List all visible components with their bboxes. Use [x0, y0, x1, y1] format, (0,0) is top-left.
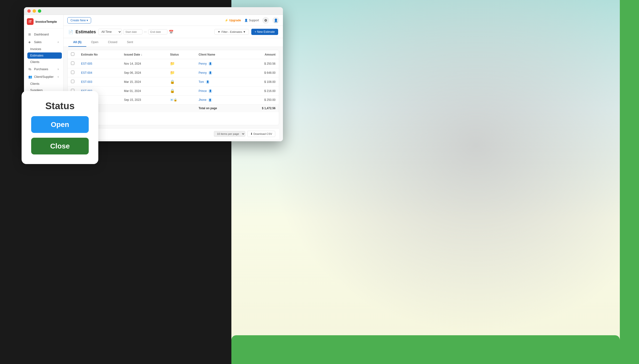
end-date-input[interactable] [148, 29, 167, 34]
client-supplier-chevron: ∨ [57, 76, 59, 78]
mac-titlebar [24, 7, 283, 15]
upgrade-button[interactable]: ⚡ Upgrade [225, 19, 241, 22]
page-title-row: 📄 Estimates All Time This Month Last Mon… [68, 29, 174, 35]
client-add-icon-2[interactable]: 👤 [205, 80, 210, 84]
row-checkbox-2[interactable] [71, 80, 74, 83]
support-icon: 👤 [244, 19, 248, 22]
issued-date-1: Sep 06, 2024 [121, 68, 167, 77]
table-row: EST-004 Sep 06, 2024 📁 Penny 👤 [68, 68, 279, 77]
amount-3: $ 216.00 [242, 86, 279, 96]
amount-0: $ 250.56 [242, 59, 279, 68]
sidebar-logo: IT InvoiceTemple [24, 15, 63, 28]
issued-date-3: Mar 01, 2024 [121, 86, 167, 96]
user-avatar-button[interactable]: 👤 [272, 17, 279, 24]
client-name-0: Penny 👤 [198, 62, 238, 66]
create-new-button[interactable]: Create New ▾ [67, 17, 91, 24]
col-status: Status [167, 50, 195, 59]
settings-header-button[interactable]: ⚙ [262, 17, 269, 24]
logo-icon: IT [27, 18, 34, 25]
client-add-icon-3[interactable]: 👤 [208, 89, 212, 93]
col-estimate-no: Estimate No [78, 50, 121, 59]
window-minimize-btn[interactable] [33, 9, 36, 13]
lightning-icon: ⚡ [225, 19, 228, 22]
sidebar-item-sales[interactable]: ◈ Sales ∧ [26, 38, 62, 46]
client-add-icon-4[interactable]: 👤 [208, 98, 212, 102]
start-date-input[interactable] [123, 29, 142, 34]
status-icon-1: 📁 [170, 70, 175, 75]
col-issued-date[interactable]: Issued Date ↓ [121, 50, 167, 59]
col-client-name: Client Name [195, 50, 242, 59]
tab-sent[interactable]: Sent [122, 38, 138, 47]
status-close-button[interactable]: Close [31, 138, 89, 154]
status-icon-0: 📁 [170, 61, 175, 66]
issued-date-4: Sep 15, 2023 [121, 96, 167, 104]
items-per-page: 10 items per page 25 items per page 50 i… [214, 131, 275, 137]
status-popup: Status Open Close [22, 91, 98, 164]
tab-all[interactable]: All (5) [68, 38, 86, 47]
window-close-btn[interactable] [27, 9, 31, 13]
estimate-link-1[interactable]: EST-004 [81, 71, 92, 74]
total-label: Total on page [195, 104, 242, 112]
items-per-page-select[interactable]: 10 items per page 25 items per page 50 i… [214, 131, 245, 137]
table-header-row: Estimate No Issued Date ↓ Status Client … [68, 50, 279, 59]
row-checkbox-1[interactable] [71, 71, 74, 74]
client-name-3: Prince 👤 [198, 89, 238, 93]
date-range: All Time This Month Last Month This Year… [98, 29, 174, 35]
date-dash: — [144, 30, 147, 34]
client-name-4: Jhone 👤 [198, 98, 238, 102]
status-icon-2: 🔒 [170, 80, 175, 84]
issued-date-0: Nov 14, 2024 [121, 59, 167, 68]
select-all-checkbox[interactable] [71, 52, 74, 56]
col-amount: Amount [242, 50, 279, 59]
amount-1: $ 648.00 [242, 68, 279, 77]
estimates-table: Estimate No Issued Date ↓ Status Client … [68, 50, 279, 112]
status-open-button[interactable]: Open [31, 116, 89, 133]
logo-text: InvoiceTemple [36, 20, 57, 24]
client-add-icon-1[interactable]: 👤 [208, 71, 212, 75]
client-add-icon-0[interactable]: 👤 [208, 62, 212, 66]
amount-4: $ 250.00 [242, 96, 279, 104]
sidebar-item-client-supplier[interactable]: 👥 Client/Supplier ∨ [26, 73, 62, 80]
table-row: EST-005 Nov 14, 2024 📁 Penny 👤 [68, 59, 279, 68]
table-row: EST-003 Mar 15, 2024 🔒 Tom 👤 [68, 77, 279, 86]
page-title-icon: 📄 [68, 30, 73, 34]
issued-date-2: Mar 15, 2024 [121, 77, 167, 86]
tab-closed[interactable]: Closed [103, 38, 122, 47]
estimate-link-2[interactable]: EST-003 [81, 80, 92, 84]
estimates-table-container: Estimate No Issued Date ↓ Status Client … [67, 50, 279, 125]
download-csv-button[interactable]: ⬇ Download CSV [247, 131, 275, 137]
sidebar-item-dashboard[interactable]: ⊞ Dashboard [26, 31, 62, 38]
table-total-row: Total on page $ 1,472.56 [68, 104, 279, 112]
client-name-2: Tom 👤 [198, 80, 238, 84]
sidebar-item-estimates[interactable]: Estimates [27, 52, 62, 59]
status-icon-3: 🔒 [170, 88, 175, 93]
row-checkbox-0[interactable] [71, 62, 74, 65]
amount-2: $ 108.00 [242, 77, 279, 86]
purchases-chevron: ∨ [57, 68, 59, 70]
new-estimate-button[interactable]: + New Estimate [251, 29, 278, 35]
window-maximize-btn[interactable] [38, 9, 41, 13]
sidebar-item-invoices[interactable]: Invoices [27, 46, 62, 52]
support-button[interactable]: 👤 Support [244, 19, 259, 22]
app-header: Create New ▾ ⚡ Upgrade 👤 Support ⚙ [64, 15, 283, 26]
client-supplier-icon: 👥 [28, 75, 32, 78]
sidebar-item-clients2[interactable]: Clients [27, 81, 62, 87]
purchases-icon: 🛍 [28, 67, 32, 71]
dashboard-icon: ⊞ [28, 32, 32, 36]
sidebar-item-purchases[interactable]: 🛍 Purchases ∨ [26, 66, 62, 73]
avatar-icon: 👤 [274, 18, 278, 22]
table-row: EST-002 Mar 01, 2024 🔒 Prince 👤 [68, 86, 279, 96]
estimate-link-0[interactable]: EST-005 [81, 62, 92, 66]
table-row: EST-001 Sep 15, 2023 📧🔒 Jhone 👤 [68, 96, 279, 104]
sidebar-item-clients[interactable]: Clients [27, 59, 62, 65]
sales-icon: ◈ [28, 40, 32, 44]
client-name-1: Penny 👤 [198, 71, 238, 75]
date-preset-select[interactable]: All Time This Month Last Month This Year [98, 29, 122, 35]
filter-button[interactable]: ▼ Filter - Estimates ▼ [214, 29, 249, 35]
tab-open[interactable]: Open [86, 38, 103, 47]
content-actions: ▼ Filter - Estimates ▼ + New Estimate [214, 29, 278, 35]
table-footer: ‹ 1 › 10 items per page 25 items per pag… [67, 128, 279, 139]
tabs: All (5) Open Closed Sent [64, 38, 283, 47]
status-popup-title: Status [45, 100, 75, 111]
status-icon-4: 📧🔒 [170, 98, 177, 102]
